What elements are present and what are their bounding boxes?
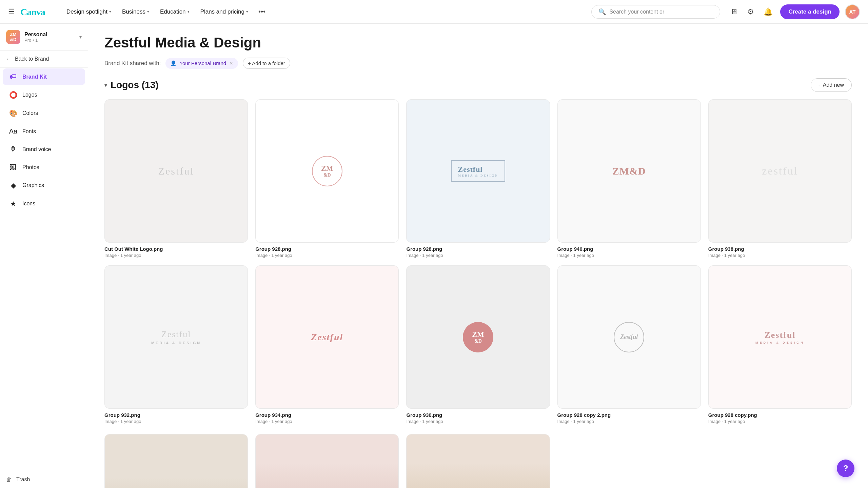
logos-section-header: ▾ Logos (13) + Add new — [104, 78, 852, 92]
logo-name: Group 928 copy.png — [708, 412, 852, 418]
logo-thumbnail: ZM&D — [557, 99, 701, 243]
nav-more-button[interactable]: ••• — [254, 5, 270, 18]
logo-card[interactable]: Zestful Group 928 copy 2.png Image · 1 y… — [557, 265, 701, 424]
logo-name: Group 940.png — [557, 246, 701, 252]
logos-icon: ⭕ — [9, 91, 18, 99]
nav-links: Design spotlight ▾ Business ▾ Education … — [62, 5, 270, 18]
logos-section-title: Logos (13) — [111, 80, 159, 90]
photo-thumbnail — [255, 434, 399, 488]
logo-meta: Image · 1 year ago — [406, 253, 550, 258]
brand-voice-icon: 🎙 — [9, 145, 18, 153]
logo-card[interactable]: Zestful MEDIA & DESIGN Group 932.png Ima… — [104, 265, 248, 424]
chevron-down-icon: ▾ — [109, 9, 111, 14]
chevron-down-icon: ▾ — [188, 9, 190, 14]
photos-icon: 🖼 — [9, 163, 18, 171]
logo-name: Group 932.png — [104, 412, 248, 418]
logo-card[interactable]: ZestfulMEDIA & DESIGN Group 928.png Imag… — [406, 99, 550, 258]
settings-icon[interactable]: ⚙ — [745, 5, 756, 18]
logo-thumbnail: ZestfulMEDIA & DESIGN — [406, 99, 550, 243]
sidebar: ZM&D Personal Pro • 1 ▾ ← Back to Brand … — [0, 24, 88, 488]
help-button[interactable]: ? — [837, 460, 854, 477]
logo-thumbnail: ZM&D — [255, 99, 399, 243]
logo-card[interactable]: Zestful MEDIA & DESIGN Group 928 copy.pn… — [708, 265, 852, 424]
search-icon: 🔍 — [598, 8, 606, 16]
top-navigation: ☰ Canva Design spotlight ▾ Business ▾ Ed… — [0, 0, 868, 24]
brand-tag-close-button[interactable]: ✕ — [230, 61, 233, 66]
brand-name: Personal — [24, 32, 75, 38]
sidebar-item-fonts[interactable]: Aa Fonts — [3, 123, 85, 140]
logo-name: Group 930.png — [406, 412, 550, 418]
sidebar-item-photos[interactable]: 🖼 Photos — [3, 159, 85, 176]
logo-thumbnail: Zestful MEDIA & DESIGN — [708, 265, 852, 409]
icons-icon: ★ — [9, 200, 18, 208]
brand-tag: 👤 Your Personal Brand ✕ — [165, 58, 238, 69]
logo-name: Group 928.png — [255, 246, 399, 252]
create-design-button[interactable]: Create a design — [780, 4, 840, 19]
logo-thumbnail: Zestful — [104, 99, 248, 243]
logos-section-title-row[interactable]: ▾ Logos (13) — [104, 80, 159, 90]
photo-thumbnail — [406, 434, 550, 488]
photos-row — [104, 434, 852, 488]
colors-icon: 🎨 — [9, 109, 18, 117]
nav-design-spotlight[interactable]: Design spotlight ▾ — [62, 6, 116, 18]
graphics-icon: ◆ — [9, 181, 18, 189]
logo-card[interactable]: ZM&D Group 940.png Image · 1 year ago — [557, 99, 701, 258]
fonts-icon: Aa — [9, 127, 18, 135]
svg-text:Canva: Canva — [20, 7, 45, 17]
main-content: Zestful Media & Design Brand Kit shared … — [88, 24, 868, 488]
search-bar[interactable]: 🔍 Search your content or — [591, 5, 720, 19]
sidebar-brand-info: Personal Pro • 1 — [24, 32, 75, 43]
logo-card[interactable]: Zestful Cut Out White Logo.png Image · 1… — [104, 99, 248, 258]
sidebar-item-colors[interactable]: 🎨 Colors — [3, 105, 85, 122]
sidebar-item-brand-voice[interactable]: 🎙 Brand voice — [3, 141, 85, 158]
photo-card[interactable] — [104, 434, 248, 488]
add-to-folder-button[interactable]: + Add to a folder — [243, 58, 290, 69]
logo-thumbnail: zestful — [708, 99, 852, 243]
logo-meta: Image · 1 year ago — [406, 419, 550, 424]
back-to-brand-button[interactable]: ← Back to Brand — [0, 50, 88, 68]
sidebar-item-icons[interactable]: ★ Icons — [3, 195, 85, 212]
sidebar-item-graphics[interactable]: ◆ Graphics — [3, 177, 85, 194]
sidebar-brand[interactable]: ZM&D Personal Pro • 1 ▾ — [0, 24, 88, 50]
trash-icon: 🗑 — [6, 476, 12, 483]
nav-business[interactable]: Business ▾ — [117, 6, 154, 18]
notifications-icon[interactable]: 🔔 — [762, 5, 775, 18]
brand-tag-icon: 👤 — [170, 60, 177, 66]
logo-card[interactable]: Zestful Group 934.png Image · 1 year ago — [255, 265, 399, 424]
canva-logo[interactable]: Canva — [20, 6, 51, 18]
display-icon[interactable]: 🖥 — [728, 5, 740, 18]
logo-meta: Image · 1 year ago — [104, 419, 248, 424]
nav-actions: 🖥 ⚙ 🔔 Create a design AT — [728, 4, 860, 19]
back-arrow-icon: ← — [6, 56, 12, 62]
sidebar-item-brand-kit[interactable]: 🏷 Brand Kit — [3, 68, 85, 85]
sidebar-item-logos[interactable]: ⭕ Logos — [3, 86, 85, 103]
logo-meta: Image · 1 year ago — [708, 253, 852, 258]
photo-card[interactable] — [406, 434, 550, 488]
brand-chevron-icon: ▾ — [79, 34, 82, 40]
nav-education[interactable]: Education ▾ — [155, 6, 194, 18]
logo-thumbnail: Zestful MEDIA & DESIGN — [104, 265, 248, 409]
logo-meta: Image · 1 year ago — [104, 253, 248, 258]
chevron-down-icon: ▾ — [147, 9, 149, 14]
logo-meta: Image · 1 year ago — [255, 253, 399, 258]
photo-thumbnail — [104, 434, 248, 488]
nav-plans-pricing[interactable]: Plans and pricing ▾ — [196, 6, 253, 18]
brand-avatar: ZM&D — [6, 30, 20, 44]
app-layout: ZM&D Personal Pro • 1 ▾ ← Back to Brand … — [0, 24, 868, 488]
logo-meta: Image · 1 year ago — [255, 419, 399, 424]
avatar[interactable]: AT — [845, 4, 860, 19]
logo-thumbnail: Zestful — [557, 265, 701, 409]
brand-kit-icon: 🏷 — [9, 73, 18, 81]
logo-name: Cut Out White Logo.png — [104, 246, 248, 252]
logo-card[interactable]: zestful Group 938.png Image · 1 year ago — [708, 99, 852, 258]
logo-card[interactable]: ZM&D Group 928.png Image · 1 year ago — [255, 99, 399, 258]
hamburger-menu[interactable]: ☰ — [8, 7, 15, 16]
logo-meta: Image · 1 year ago — [557, 253, 701, 258]
logo-name: Group 934.png — [255, 412, 399, 418]
add-new-logo-button[interactable]: + Add new — [811, 78, 852, 92]
logo-card[interactable]: ZM&D Group 930.png Image · 1 year ago — [406, 265, 550, 424]
trash-button[interactable]: 🗑 Trash — [0, 471, 88, 488]
logo-meta: Image · 1 year ago — [708, 419, 852, 424]
logo-name: Group 938.png — [708, 246, 852, 252]
photo-card[interactable] — [255, 434, 399, 488]
